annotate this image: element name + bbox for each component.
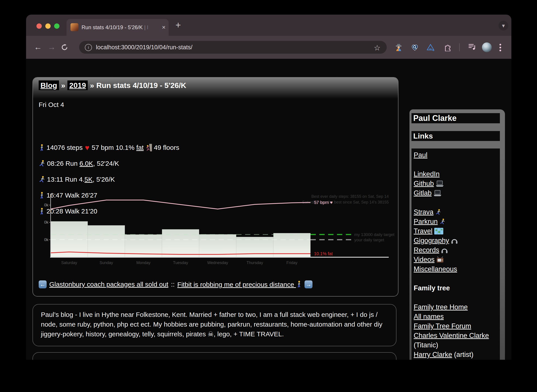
sidebar-link[interactable]: Travel — [414, 227, 443, 235]
sidebar-row: Videos — [414, 255, 498, 264]
breadcrumb-blog-link[interactable]: Blog — [39, 80, 59, 90]
url-text[interactable]: localhost:3000/2019/10/04/run-stats/ — [96, 44, 192, 51]
sidebar-links-heading: Links — [411, 131, 500, 141]
stat-link[interactable]: fat — [136, 144, 144, 151]
sidebar-row: All names — [414, 312, 498, 321]
address-bar[interactable]: i localhost:3000/2019/10/04/run-stats/ ☆ — [79, 41, 387, 54]
sidebar-row: Paul — [414, 150, 498, 160]
svg-text:Monday: Monday — [136, 261, 150, 265]
sidebar-link[interactable]: Paul — [414, 151, 427, 159]
svg-text:Sunday: Sunday — [99, 261, 113, 265]
extension-incognito-icon[interactable] — [395, 43, 403, 51]
site-info-icon[interactable]: i — [85, 44, 92, 51]
stat-text: 08:26 Run — [45, 160, 79, 167]
svg-text:ax: ax — [429, 47, 432, 50]
sidebar-link[interactable]: Family tree Home — [414, 303, 468, 311]
sidebar-link[interactable]: Charles Valentine Clarke — [414, 332, 489, 339]
svg-text:my 13000 daily target: my 13000 daily target — [354, 232, 394, 237]
sidebar-link-suffix: (Titanic) — [414, 341, 438, 349]
menu-kebab-icon[interactable] — [499, 43, 502, 51]
sidebar-row: Github — [414, 179, 498, 188]
back-button[interactable]: ← — [34, 42, 42, 52]
tab-favicon — [70, 23, 79, 31]
profile-avatar[interactable] — [482, 42, 492, 52]
sidebar-row: LinkedIn — [414, 169, 498, 179]
extensions-puzzle-icon[interactable] — [444, 43, 452, 51]
sidebar-row: Folkestone Gerald — [414, 359, 498, 360]
sidebar-link[interactable]: Harry Clarke — [414, 351, 452, 358]
sidebar-link-suffix: (artist) — [452, 351, 473, 358]
stat-link[interactable]: 5K — [84, 176, 93, 183]
page-title: Run stats 4/10/19 - 5'26/K — [96, 81, 186, 89]
stat-text — [144, 144, 145, 151]
about-text: Paul’s blog - I live in Hythe near Folke… — [41, 310, 387, 339]
svg-text:57 bpm ♥: 57 bpm ♥ — [314, 200, 333, 205]
sidebar-link[interactable]: LinkedIn — [414, 170, 439, 178]
minimize-window-button[interactable] — [45, 23, 51, 29]
person-walking-icon — [296, 280, 302, 288]
svg-text:Tuesday: Tuesday — [173, 261, 188, 265]
toolbar-divider — [459, 43, 460, 51]
extension-axe-devtools-icon[interactable]: ax — [426, 43, 434, 51]
stat-text: 57 bpm 10.1% — [90, 144, 136, 151]
sidebar-link[interactable]: Videos — [414, 256, 444, 263]
person-climbing-icon — [145, 144, 152, 151]
sidebar-link[interactable]: Gigography — [414, 237, 458, 244]
svg-text:Friday: Friday — [286, 261, 297, 265]
tv-icon — [436, 256, 444, 263]
svg-text:Saturday: Saturday — [61, 261, 77, 265]
sidebar-row: Parkrun — [414, 217, 498, 226]
stat-text: 14076 steps — [45, 144, 84, 151]
media-playlist-icon[interactable] — [468, 43, 476, 51]
svg-text:30k: 30k — [44, 203, 49, 207]
run-icon — [439, 218, 445, 225]
sidebar-row: Family Tree Forum — [414, 321, 498, 331]
previous-post-link[interactable]: Glastonbury coach packages all sold out — [49, 281, 168, 288]
sidebar-heading: Family tree — [414, 283, 498, 293]
sidebar-link[interactable]: Records — [414, 246, 448, 254]
sidebar-link[interactable]: Strava — [414, 208, 441, 216]
sidebar-link[interactable]: Miscellaneous — [414, 265, 457, 273]
tab-close-icon[interactable]: × — [162, 24, 166, 31]
next-post-arrow-icon[interactable]: → — [304, 280, 313, 288]
previous-post-arrow-icon[interactable]: ← — [39, 280, 47, 288]
reload-button[interactable] — [61, 44, 68, 51]
sidebar-row: Gigography — [414, 236, 498, 245]
sidebar-link[interactable]: Parkrun — [414, 218, 445, 225]
sidebar-row: Records — [414, 245, 498, 255]
stat-text: , 5'26/K — [93, 176, 115, 183]
tags-card: exerciserunningfatstep countsvg1706 — [33, 352, 397, 360]
svg-text:your daily target: your daily target — [354, 238, 384, 242]
sidebar-link[interactable]: Family Tree Forum — [414, 322, 471, 330]
sidebar: Paul Clarke Links PaulLinkedInGithubGitl… — [410, 109, 505, 360]
spacer — [414, 198, 498, 207]
sidebar-row: Miscellaneous — [414, 264, 498, 274]
tab-search-chevron-icon[interactable]: ▾ — [499, 21, 508, 31]
tag-list: exerciserunningfatstep countsvg1706 — [33, 353, 396, 360]
browser-tab[interactable]: Run stats 4/10/19 - 5'26/K | Pa × — [66, 19, 169, 36]
stat-text: 13:11 Run 4. — [45, 176, 84, 183]
post-nav-separator: :: — [171, 281, 175, 288]
tab-title: Run stats 4/10/19 - 5'26/K | Pa — [82, 24, 148, 31]
forward-button[interactable]: → — [48, 42, 56, 52]
sidebar-link[interactable]: Gitlab — [414, 189, 442, 197]
close-window-button[interactable] — [37, 23, 42, 29]
bookmark-star-icon[interactable]: ☆ — [374, 43, 381, 52]
tab-strip: Run stats 4/10/19 - 5'26/K | Pa × + ▾ — [26, 14, 511, 36]
breadcrumb-separator: » — [90, 81, 94, 89]
sidebar-title: Paul Clarke — [411, 113, 500, 123]
spacer — [414, 274, 498, 283]
next-post-link[interactable]: Fitbit is robbing me of precious distanc… — [177, 280, 302, 288]
fullscreen-window-button[interactable] — [54, 23, 60, 29]
about-card: Paul’s blog - I live in Hythe near Folke… — [33, 304, 397, 346]
spacer — [414, 293, 498, 302]
breadcrumb-year-link[interactable]: 2019 — [67, 80, 88, 90]
headphones-icon — [451, 237, 458, 244]
sidebar-link[interactable]: Github — [414, 180, 444, 187]
extension-heart-search-icon[interactable] — [411, 43, 419, 51]
new-tab-button[interactable]: + — [175, 21, 181, 30]
stat-link[interactable]: 6.0K — [79, 160, 93, 167]
sidebar-link[interactable]: All names — [414, 313, 444, 320]
laptop-icon — [436, 180, 444, 187]
browser-window: Run stats 4/10/19 - 5'26/K | Pa × + ▾ ← … — [26, 14, 511, 360]
